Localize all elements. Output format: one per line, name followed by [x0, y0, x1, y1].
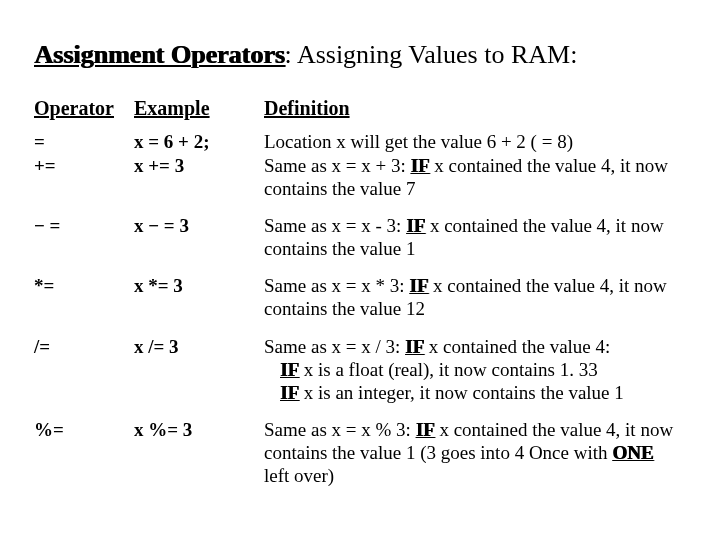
definition-cell: Same as x = x - 3: IF x contained the va… [264, 214, 686, 274]
title-rest: : Assigning Values to RAM: [285, 40, 578, 69]
table-row: *= x *= 3 Same as x = x * 3: IF x contai… [34, 274, 686, 334]
example-cell: x %= 3 [134, 418, 264, 502]
col-example: Example [134, 96, 264, 130]
operator-cell: *= [34, 274, 134, 334]
operator-cell: /= [34, 335, 134, 419]
table-body: = += x = 6 + 2; x += 3 Location x will g… [34, 130, 686, 501]
example-cell: x /= 3 [134, 335, 264, 419]
table-row: = += x = 6 + 2; x += 3 Location x will g… [34, 130, 686, 214]
table-row: /= x /= 3 Same as x = x / 3: IF x contai… [34, 335, 686, 419]
example-cell: x *= 3 [134, 274, 264, 334]
title-bold: Assignment Operators [34, 40, 285, 69]
table-row: − = x − = 3 Same as x = x - 3: IF x cont… [34, 214, 686, 274]
definition-cell: Same as x = x * 3: IF x contained the va… [264, 274, 686, 334]
slide: Assignment Operators: Assigning Values t… [0, 0, 720, 502]
operator-cell: − = [34, 214, 134, 274]
table-header-row: Operator Example Definition [34, 96, 686, 130]
example-cell: x − = 3 [134, 214, 264, 274]
col-definition: Definition [264, 96, 686, 130]
table-row: %= x %= 3 Same as x = x % 3: IF x contai… [34, 418, 686, 502]
operator-cell: %= [34, 418, 134, 502]
definition-cell: Same as x = x % 3: IF x contained the va… [264, 418, 686, 502]
definition-cell: Same as x = x / 3: IF x contained the va… [264, 335, 686, 419]
operator-cell: = += [34, 130, 134, 214]
definition-cell: Location x will get the value 6 + 2 ( = … [264, 130, 686, 214]
col-operator: Operator [34, 96, 134, 130]
operators-table: Operator Example Definition = += x = 6 +… [34, 96, 686, 502]
page-title: Assignment Operators: Assigning Values t… [34, 40, 686, 70]
example-cell: x = 6 + 2; x += 3 [134, 130, 264, 214]
